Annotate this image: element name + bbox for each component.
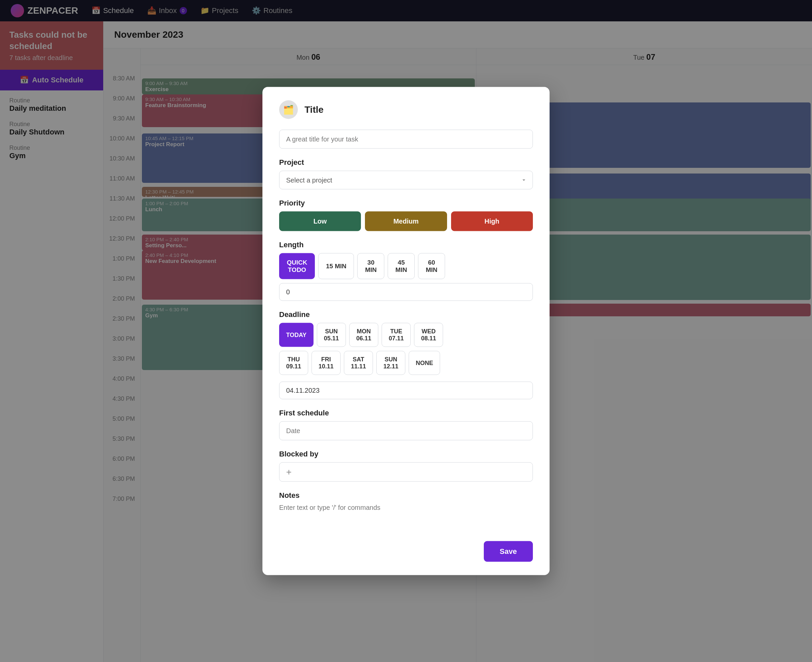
modal-title: Title xyxy=(304,104,324,115)
modal-header: 🗂️ Title xyxy=(279,100,533,119)
length-field-label: Length xyxy=(279,241,533,249)
title-input[interactable] xyxy=(279,130,533,149)
deadline-mon0611-button[interactable]: MON06.11 xyxy=(349,323,378,347)
length-quick-todo-button[interactable]: QUICKTODO xyxy=(279,253,315,279)
length-30min-button[interactable]: 30MIN xyxy=(357,253,384,279)
priority-field-group: Priority Low Medium High xyxy=(279,199,533,231)
deadline-fri1011-button[interactable]: FRI10.11 xyxy=(311,351,340,375)
deadline-sun1211-button[interactable]: SUN12.11 xyxy=(376,351,405,375)
blocked-by-add-button[interactable]: + xyxy=(279,463,533,482)
task-modal: 🗂️ Title Project Select a project Priori… xyxy=(263,87,549,575)
deadline-tue0711-button[interactable]: TUE07.11 xyxy=(382,323,411,347)
deadline-field-group: Deadline TODAY SUN05.11 MON06.11 TUE07.1… xyxy=(279,310,533,399)
blocked-by-field-group: Blocked by + xyxy=(279,450,533,482)
plus-icon: + xyxy=(286,467,292,477)
deadline-row-top: TODAY SUN05.11 MON06.11 TUE07.11 WED08.1… xyxy=(279,323,533,347)
priority-row: Low Medium High xyxy=(279,212,533,231)
task-type-icon: 🗂️ xyxy=(279,100,298,119)
project-field-label: Project xyxy=(279,158,533,167)
deadline-sun0511-button[interactable]: SUN05.11 xyxy=(317,323,346,347)
blocked-by-label: Blocked by xyxy=(279,450,533,458)
priority-medium-button[interactable]: Medium xyxy=(365,212,447,231)
title-field-group xyxy=(279,130,533,149)
modal-footer: Save xyxy=(279,541,533,562)
first-schedule-field-group: First schedule xyxy=(279,409,533,440)
deadline-sat1111-button[interactable]: SAT11.11 xyxy=(344,351,373,375)
save-button[interactable]: Save xyxy=(484,541,533,562)
deadline-wed0811-button[interactable]: WED08.11 xyxy=(414,323,443,347)
length-15min-button[interactable]: 15 MIN xyxy=(318,253,354,279)
project-field-group: Project Select a project xyxy=(279,158,533,190)
deadline-row-bottom: THU09.11 FRI10.11 SAT11.11 SUN12.11 NONE xyxy=(279,351,533,375)
length-field-group: Length QUICKTODO 15 MIN 30MIN 45MIN 60MI… xyxy=(279,241,533,301)
length-row: QUICKTODO 15 MIN 30MIN 45MIN 60MIN xyxy=(279,253,533,279)
length-value-input[interactable] xyxy=(279,283,533,301)
length-45min-button[interactable]: 45MIN xyxy=(388,253,415,279)
deadline-date-input[interactable] xyxy=(279,382,533,399)
notes-input[interactable] xyxy=(279,504,533,530)
length-60min-button[interactable]: 60MIN xyxy=(418,253,445,279)
first-schedule-label: First schedule xyxy=(279,409,533,418)
priority-low-button[interactable]: Low xyxy=(279,212,361,231)
deadline-field-label: Deadline xyxy=(279,310,533,319)
project-select[interactable]: Select a project xyxy=(279,171,533,190)
first-schedule-input[interactable] xyxy=(279,421,533,440)
deadline-today-button[interactable]: TODAY xyxy=(279,323,314,347)
deadline-thu0911-button[interactable]: THU09.11 xyxy=(279,351,308,375)
priority-high-button[interactable]: High xyxy=(451,212,533,231)
notes-field-group: Notes xyxy=(279,491,533,532)
priority-field-label: Priority xyxy=(279,199,533,207)
notes-label: Notes xyxy=(279,491,533,500)
deadline-none-button[interactable]: NONE xyxy=(409,351,440,375)
